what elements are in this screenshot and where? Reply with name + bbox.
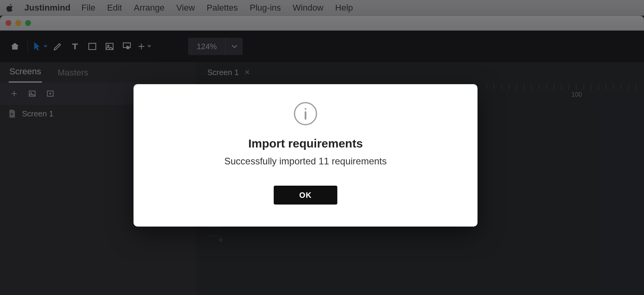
document-tabs: Screen 1 ✕ <box>196 62 644 83</box>
chevron-down-icon <box>147 45 151 48</box>
image-tool[interactable] <box>101 38 118 55</box>
ruler-label-100: 100 <box>571 91 582 98</box>
import-requirements-dialog: Import requirements Successfully importe… <box>134 84 478 227</box>
svg-point-8 <box>305 108 306 110</box>
ok-button[interactable]: OK <box>274 186 337 205</box>
rectangle-tool[interactable] <box>84 38 101 55</box>
zoom-dropdown[interactable] <box>225 38 243 55</box>
zoom-control[interactable]: 124% <box>188 38 243 55</box>
app-toolbar: 124% <box>0 31 644 62</box>
menu-view[interactable]: View <box>176 3 195 13</box>
document-tab[interactable]: Screen 1 ✕ <box>207 68 250 77</box>
window-minimize-button[interactable] <box>15 20 21 26</box>
menu-edit[interactable]: Edit <box>107 3 122 13</box>
window-zoom-button[interactable] <box>25 20 31 26</box>
svg-rect-0 <box>89 43 96 50</box>
svg-point-2 <box>108 45 109 46</box>
info-icon <box>293 101 318 126</box>
pen-tool[interactable] <box>49 38 66 55</box>
macos-menubar: Justinmind File Edit Arrange View Palett… <box>0 0 644 16</box>
add-image-screen-button[interactable] <box>25 87 39 101</box>
gesture-tool[interactable] <box>118 38 135 55</box>
zoom-value: 124% <box>188 42 225 51</box>
text-tool[interactable] <box>66 38 84 55</box>
svg-point-5 <box>31 92 32 93</box>
tab-masters[interactable]: Masters <box>57 68 89 83</box>
menubar-app-name[interactable]: Justinmind <box>24 3 70 13</box>
add-tool[interactable] <box>135 38 153 55</box>
menu-arrange[interactable]: Arrange <box>134 3 165 13</box>
window-titlebar <box>0 16 644 31</box>
screen-file-icon <box>8 109 16 118</box>
side-panel-tabs: Screens Masters <box>0 62 196 83</box>
add-screen-button[interactable] <box>7 87 21 101</box>
close-tab-icon[interactable]: ✕ <box>244 68 250 77</box>
home-button[interactable] <box>6 38 24 55</box>
menu-palettes[interactable]: Palettes <box>207 3 238 13</box>
dialog-title: Import requirements <box>248 137 363 150</box>
tab-screens[interactable]: Screens <box>9 66 42 83</box>
window-close-button[interactable] <box>5 20 11 26</box>
add-folder-button[interactable] <box>43 87 57 101</box>
menu-help[interactable]: Help <box>335 3 353 13</box>
document-tab-label: Screen 1 <box>207 68 239 77</box>
dialog-message: Successfully imported 11 requirements <box>224 156 387 167</box>
menu-window[interactable]: Window <box>293 3 323 13</box>
screen-item-label: Screen 1 <box>22 109 53 118</box>
apple-logo-icon <box>5 4 16 12</box>
ruler-origin-marker <box>219 238 222 242</box>
toolbar-divider <box>27 41 28 52</box>
menu-plugins[interactable]: Plug-ins <box>250 3 281 13</box>
select-tool[interactable] <box>32 38 49 55</box>
menu-file[interactable]: File <box>81 3 95 13</box>
chevron-down-icon <box>44 45 48 48</box>
